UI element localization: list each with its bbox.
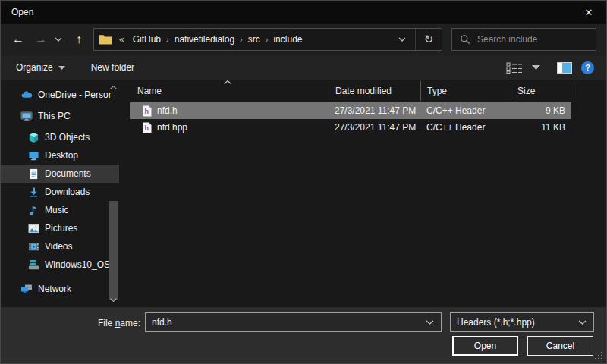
title-bar: Open ✕ [1, 1, 606, 24]
onedrive-cloud-icon [20, 89, 33, 101]
sidebar-item-documents[interactable]: Documents [1, 165, 119, 183]
sidebar-item-label: Network [38, 284, 71, 294]
up-icon: ↑ [76, 33, 82, 46]
file-type-cell: C/C++ Header [420, 122, 511, 133]
sidebar-item-3d-objects[interactable]: 3D Objects [1, 128, 119, 146]
chevron-down-icon [398, 37, 406, 42]
sidebar-item-label: Music [45, 205, 68, 215]
resize-grip[interactable] [595, 352, 596, 353]
header-file-icon: h [142, 122, 152, 133]
file-row-nfd-h[interactable]: h nfd.h 27/3/2021 11:47 PM C/C++ Header … [130, 102, 571, 119]
refresh-icon: ↻ [424, 33, 434, 46]
new-folder-button[interactable]: New folder [91, 62, 134, 73]
cancel-button[interactable]: Cancel [527, 336, 593, 356]
breadcrumb-item-github[interactable]: GitHub [127, 34, 166, 45]
file-name-value: nfd.h [152, 317, 172, 328]
scroll-down-icon[interactable] [109, 295, 118, 304]
file-name-text: nfd.hpp [157, 122, 187, 133]
help-icon: ? [585, 63, 590, 72]
sidebar-item-this-pc[interactable]: This PC [1, 107, 119, 125]
back-button[interactable]: ← [10, 31, 27, 48]
organize-button[interactable]: Organize [16, 62, 65, 73]
forward-icon: → [35, 33, 47, 46]
sidebar-item-label: Windows10_OS ( [45, 259, 115, 270]
sidebar-item-videos[interactable]: Videos [1, 237, 119, 256]
document-icon [28, 168, 39, 180]
search-placeholder: Search include [477, 34, 537, 45]
column-header-size[interactable]: Size [511, 81, 571, 101]
sidebar-item-label: Documents [45, 168, 91, 179]
details-view-icon[interactable] [506, 62, 523, 74]
search-icon [460, 34, 470, 45]
search-input[interactable]: Search include [451, 28, 596, 51]
file-row-nfd-hpp[interactable]: h nfd.hpp 27/3/2021 11:47 PM C/C++ Heade… [130, 119, 571, 136]
file-date-cell: 27/3/2021 11:47 PM [329, 105, 420, 116]
open-button-label: Open [474, 340, 496, 351]
sidebar-item-windows10-os[interactable]: Windows10_OS ( [1, 256, 119, 274]
sidebar-scrollbar[interactable] [109, 81, 118, 306]
file-name-dropdown-button[interactable] [426, 320, 441, 325]
column-header-type[interactable]: Type [420, 81, 511, 101]
file-list: Name Date modified Type Size h nfd.h 27/… [130, 80, 606, 307]
preview-pane-icon[interactable] [557, 62, 572, 74]
back-icon: ← [12, 33, 24, 46]
music-note-icon [28, 205, 39, 216]
breadcrumb-item-nativefiledialog[interactable]: nativefiledialog [169, 34, 240, 45]
sidebar-item-desktop[interactable]: Desktop [1, 146, 119, 165]
list-header-row: Name Date modified Type Size [130, 80, 606, 102]
refresh-button[interactable]: ↻ [416, 29, 442, 50]
sidebar-item-network[interactable]: Network [1, 280, 119, 298]
file-type-dropdown-button[interactable] [578, 320, 593, 325]
sidebar-item-music[interactable]: Music [1, 201, 119, 219]
navigation-sidebar: OneDrive - Persor This PC 3D Objects [1, 80, 122, 307]
sidebar-item-onedrive[interactable]: OneDrive - Persor [1, 86, 119, 104]
open-button[interactable]: Open [452, 336, 518, 356]
sidebar-item-label: Videos [45, 241, 72, 252]
svg-text:h: h [145, 108, 149, 115]
file-size-cell: 11 KB [511, 122, 571, 133]
up-button[interactable]: ↑ [71, 31, 87, 48]
sidebar-item-label: OneDrive - Persor [38, 89, 112, 100]
sidebar-item-label: This PC [38, 111, 71, 121]
chevron-down-icon [578, 320, 587, 325]
computer-icon [20, 110, 33, 122]
help-button[interactable]: ? [581, 61, 594, 74]
cube-icon [28, 132, 39, 143]
chevron-down-icon [55, 37, 62, 42]
sidebar-item-downloads[interactable]: Downloads [1, 183, 119, 201]
cancel-button-label: Cancel [546, 340, 574, 351]
picture-icon [28, 223, 39, 234]
main-area: OneDrive - Persor This PC 3D Objects [1, 80, 606, 307]
file-date-cell: 27/3/2021 11:47 PM [329, 122, 420, 133]
svg-text:h: h [145, 124, 149, 132]
chevron-down-icon [426, 320, 434, 325]
sort-ascending-icon [224, 80, 231, 84]
scrollbar-thumb[interactable] [109, 201, 118, 300]
organize-label: Organize [16, 62, 53, 73]
file-type-select[interactable]: Headers (*.h;*.hpp) [450, 312, 594, 332]
breadcrumb-collapsed[interactable]: « [116, 34, 127, 45]
file-type-cell: C/C++ Header [420, 105, 511, 116]
network-icon [20, 283, 33, 295]
breadcrumb-item-include[interactable]: include [268, 34, 307, 45]
sidebar-item-label: Desktop [45, 150, 78, 161]
address-dropdown-button[interactable] [389, 29, 415, 50]
download-arrow-icon [28, 187, 39, 198]
recent-locations-button[interactable] [52, 37, 64, 42]
file-size-cell: 9 KB [511, 105, 571, 116]
folder-icon [99, 34, 112, 45]
close-icon: ✕ [585, 7, 593, 18]
caret-down-icon [58, 66, 65, 70]
window-title: Open [11, 7, 33, 17]
scroll-up-icon[interactable] [109, 83, 118, 92]
view-options-caret-icon[interactable] [532, 65, 540, 70]
sidebar-item-label: Pictures [45, 223, 77, 234]
close-button[interactable]: ✕ [571, 1, 606, 24]
forward-button[interactable]: → [33, 31, 49, 48]
sidebar-item-pictures[interactable]: Pictures [1, 219, 119, 237]
breadcrumb[interactable]: « GitHub › nativefiledialog › src › incl… [93, 28, 442, 51]
breadcrumb-item-src[interactable]: src [243, 34, 266, 45]
file-name-cell: h nfd.hpp [130, 122, 329, 133]
column-header-date-modified[interactable]: Date modified [329, 81, 420, 101]
file-name-input[interactable]: nfd.h [145, 312, 442, 332]
